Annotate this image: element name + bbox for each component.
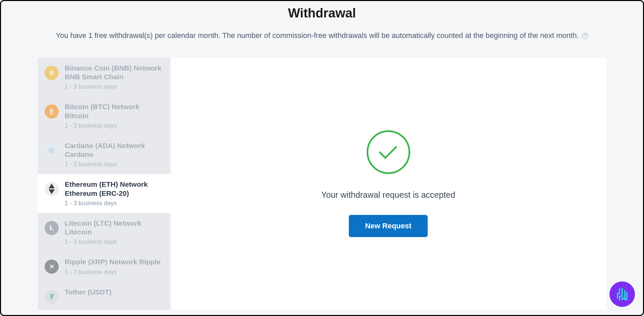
sidebar-item-ada[interactable]: Cardano (ADA) Network Cardano 1 - 3 busi… xyxy=(38,135,170,174)
subtitle-text: You have 1 free withdrawal(s) per calend… xyxy=(1,31,643,41)
coin-name: Cardano (ADA) Network Cardano xyxy=(65,141,164,159)
svg-point-2 xyxy=(51,152,52,153)
coin-sidebar: Binance Coin (BNB) Network BNB Smart Cha… xyxy=(38,58,170,310)
coin-duration: 1 - 3 business days xyxy=(65,269,164,276)
coin-duration: 1 - 3 business days xyxy=(65,161,164,168)
sidebar-item-eth[interactable]: Ethereum (ETH) Network Ethereum (ERC-20)… xyxy=(38,174,170,213)
brand-badge-icon[interactable] xyxy=(609,281,635,307)
coin-name: Binance Coin (BNB) Network BNB Smart Cha… xyxy=(65,64,164,82)
help-icon[interactable]: ? xyxy=(582,33,588,39)
usdt-icon: ₮ xyxy=(45,290,59,304)
svg-point-6 xyxy=(53,151,54,152)
coin-info: Ripple (XRP) Network Ripple 1 - 3 busine… xyxy=(65,258,164,275)
bnb-icon xyxy=(45,66,59,80)
subtitle-content: You have 1 free withdrawal(s) per calend… xyxy=(56,31,579,40)
svg-point-3 xyxy=(49,149,50,150)
coin-info: Binance Coin (BNB) Network BNB Smart Cha… xyxy=(65,64,164,91)
coin-info: Litecoin (LTC) Network Litecoin 1 - 3 bu… xyxy=(65,219,164,246)
coin-name: Bitcoin (BTC) Network Bitcoin xyxy=(65,102,164,120)
ada-icon xyxy=(45,143,59,157)
sidebar-item-bnb[interactable]: Binance Coin (BNB) Network BNB Smart Cha… xyxy=(38,58,170,97)
main-panel: Your withdrawal request is accepted New … xyxy=(170,58,606,310)
svg-point-5 xyxy=(49,151,50,152)
coin-name: Ripple (XRP) Network Ripple xyxy=(65,258,164,266)
coin-info: Cardano (ADA) Network Cardano 1 - 3 busi… xyxy=(65,141,164,168)
svg-point-4 xyxy=(53,149,54,150)
success-message: Your withdrawal request is accepted xyxy=(321,190,455,200)
success-check-icon xyxy=(367,130,410,174)
new-request-button[interactable]: New Request xyxy=(349,215,427,237)
sidebar-item-btc[interactable]: ₿ Bitcoin (BTC) Network Bitcoin 1 - 3 bu… xyxy=(38,96,170,135)
coin-info: Tether (USDT) xyxy=(65,288,164,299)
btc-icon: ₿ xyxy=(45,104,59,119)
coin-duration: 1 - 3 business days xyxy=(65,200,164,207)
xrp-icon: ✕ xyxy=(45,260,59,274)
coin-info: Ethereum (ETH) Network Ethereum (ERC-20)… xyxy=(65,180,164,207)
coin-name: Litecoin (LTC) Network Litecoin xyxy=(65,219,164,237)
content-area: Binance Coin (BNB) Network BNB Smart Cha… xyxy=(1,58,643,310)
coin-info: Bitcoin (BTC) Network Bitcoin 1 - 3 busi… xyxy=(65,102,164,129)
coin-duration: 1 - 3 business days xyxy=(65,238,164,245)
svg-point-0 xyxy=(51,150,52,151)
coin-duration: 1 - 3 business days xyxy=(65,122,164,129)
sidebar-item-usdt[interactable]: ₮ Tether (USDT) xyxy=(38,282,170,310)
coin-name: Ethereum (ETH) Network Ethereum (ERC-20) xyxy=(65,180,164,198)
eth-icon xyxy=(45,182,59,196)
sidebar-item-ltc[interactable]: Ł Litecoin (LTC) Network Litecoin 1 - 3 … xyxy=(38,213,170,252)
coin-duration: 1 - 3 business days xyxy=(65,83,164,90)
ltc-icon: Ł xyxy=(45,221,59,235)
page-title: Withdrawal xyxy=(1,1,643,31)
svg-point-1 xyxy=(51,147,52,148)
coin-name: Tether (USDT) xyxy=(65,288,164,297)
sidebar-item-xrp[interactable]: ✕ Ripple (XRP) Network Ripple 1 - 3 busi… xyxy=(38,252,170,281)
